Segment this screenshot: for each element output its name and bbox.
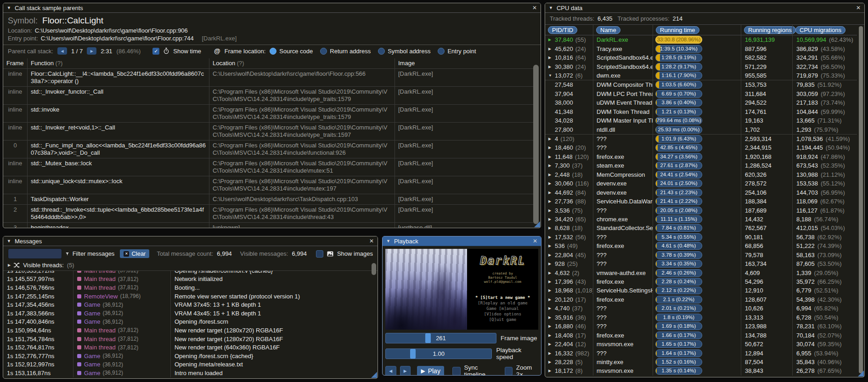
expand-icon[interactable]: ▶ bbox=[548, 56, 555, 60]
expand-icon[interactable]: ▶ bbox=[548, 191, 555, 195]
table-row[interactable]: inlinestd::_Mutex_base::lockC:\Program F… bbox=[3, 158, 537, 176]
table-row[interactable]: 0std::_Func_impl_no_alloc<<lambda_5bc224… bbox=[3, 140, 537, 158]
list-item[interactable]: 1s 147,383,566nsGame(36,912)VRAM 43x45: … bbox=[3, 309, 378, 318]
expand-icon[interactable]: ▶ bbox=[548, 38, 555, 42]
playback-speed-slider[interactable]: 1.00 bbox=[385, 348, 492, 359]
cpu-row[interactable]: 37,904DWM LPC Port Thread6.69 s (0.70%)3… bbox=[545, 90, 857, 98]
expand-icon[interactable]: ▶ bbox=[548, 324, 555, 328]
cpu-row[interactable]: 34,028DWM Master Input Thread799.64 ms (… bbox=[545, 116, 857, 125]
cpu-row[interactable]: ▼13,072(6)dwm.exe1:16.1 (7.90%)955,58571… bbox=[545, 71, 857, 80]
list-item[interactable]: 1s 152,764,817nsMain thread(37,812)New r… bbox=[3, 343, 378, 352]
table-row[interactable]: inlinestd::unique_lock<std::mutex>::lock… bbox=[3, 176, 537, 194]
cpu-row[interactable]: 41,348DWM Token Thread1.21 s (0.13%)174,… bbox=[545, 107, 857, 116]
cpu-row[interactable]: 27,548DWM Compositor Thread1:03.5 (6.60%… bbox=[545, 80, 857, 89]
cpu-row[interactable]: 27,800ntdll.dll25.93 ms (0.00%)1,7021,29… bbox=[545, 125, 857, 134]
cpu-row[interactable]: ▶4,632(2)vmware-authd.exe2.46 s (0.26%)4… bbox=[545, 268, 857, 277]
close-icon[interactable]: ✕ bbox=[533, 238, 537, 244]
next-frame-button[interactable]: ▶ bbox=[400, 366, 411, 376]
cpu-row[interactable]: ▶11,648(120)firefox.exe34.27 s (3.56%)1,… bbox=[545, 152, 857, 161]
list-item[interactable]: 1s 151,754,784nsMain thread(37,812)New r… bbox=[3, 335, 378, 343]
list-item[interactable]: 1s 147,400,846nsGame(36,912)Opening /for… bbox=[3, 318, 378, 326]
expand-icon[interactable]: ▶ bbox=[8, 263, 11, 267]
collapse-icon[interactable]: ▼ bbox=[549, 6, 553, 10]
cpu-row[interactable]: ▶17,396(43)firefox.exe2.28 s (0.24%)54,2… bbox=[545, 277, 857, 286]
table-row[interactable]: inlinestd::_Invoker_ret<void,1>::_CallC:… bbox=[3, 122, 537, 140]
cpu-row[interactable]: ▶18,460(20)???42.85 s (4.45%)2,344,9151,… bbox=[545, 143, 857, 152]
list-item[interactable]: 1s 150,994,64nsMain thread(37,812)New re… bbox=[3, 326, 378, 335]
messages-list[interactable]: 1s 120,333,272nsMain thread(37,812)Openi… bbox=[3, 270, 378, 379]
expand-icon[interactable]: ▶ bbox=[548, 298, 555, 302]
column-header-running-time[interactable]: Running time bbox=[653, 25, 741, 35]
cpu-row[interactable]: ▶7,300(37)steam.exe27.61 s (2.87%)1,286,… bbox=[545, 161, 857, 170]
cpu-row[interactable]: ▶22,804(45)???3.78 s (0.39%)79,57858,163… bbox=[545, 251, 857, 259]
cpu-row[interactable]: ▶18,172(8)msvsmon.exe1.35 s (0.14%)38,84… bbox=[545, 366, 857, 375]
sync-timeline-checkbox[interactable] bbox=[452, 367, 460, 376]
cpu-row[interactable]: ▶20,120(17)firefox.exe2.1 s (0.22%)128,6… bbox=[545, 295, 857, 304]
cpu-row[interactable]: ▶35,916(36)???1.8 s (0.19%)13,3136,728(5… bbox=[545, 313, 857, 322]
list-item[interactable]: 1s 152,912,997nsGame(36,912)Opening /met… bbox=[3, 360, 378, 369]
frame-location-radio-return-address[interactable]: Return address bbox=[320, 48, 371, 55]
cpu-row[interactable]: ▶10,816(64)ScriptedSandbox64.exe1:28.5 (… bbox=[545, 53, 857, 62]
expand-icon[interactable]: ▶ bbox=[548, 262, 555, 266]
column-header-pid-tid[interactable]: PID/TID bbox=[545, 25, 593, 35]
expand-icon[interactable]: ▶ bbox=[548, 173, 555, 177]
messages-titlebar[interactable]: ▼ Messages ✕ bbox=[3, 236, 378, 246]
table-row[interactable]: 2std::thread::_Invoke<std::tuple<<lambda… bbox=[3, 204, 537, 222]
cpu-row[interactable]: ▶4,740(37)???2.01 s (0.21%)10,6266,994(6… bbox=[545, 304, 857, 313]
expand-icon[interactable]: ▶ bbox=[548, 155, 555, 159]
expand-icon[interactable]: ▶ bbox=[548, 315, 555, 320]
frame-location-radio-entry-point[interactable]: Entry point bbox=[438, 48, 476, 55]
cpu-row[interactable]: ▶22,404(12)msvsmon.exe1.65 s (0.17%)50,6… bbox=[545, 340, 857, 348]
close-icon[interactable]: ✕ bbox=[532, 5, 537, 11]
expand-icon[interactable]: ▶ bbox=[548, 351, 555, 355]
frame-location-radio-source-code[interactable]: Source code bbox=[270, 48, 313, 55]
list-item[interactable]: 1s 147,354,456nsGame(36,912)VRAM 37x45: … bbox=[3, 300, 378, 309]
expand-icon[interactable]: ▶ bbox=[548, 47, 555, 51]
list-item[interactable]: 1s 152,776,777nsGame(36,912)Opening /for… bbox=[3, 352, 378, 360]
callstack-titlebar[interactable]: ▼ Call stack sample parents ✕ bbox=[3, 3, 541, 13]
play-button[interactable]: ▶ Play bbox=[417, 366, 444, 376]
show-time-checkbox[interactable]: ✓ bbox=[152, 48, 159, 55]
callstack-scrollbar[interactable] bbox=[533, 65, 539, 224]
show-images-checkbox[interactable] bbox=[316, 250, 323, 258]
column-header-location[interactable]: Location (?) bbox=[209, 58, 395, 68]
clear-button[interactable]: ✕ Clear bbox=[120, 249, 149, 258]
resize-grip[interactable] bbox=[371, 372, 377, 378]
cpu-row[interactable]: ▶17,532(56)???5.34 s (0.55%)90,18156,738… bbox=[545, 233, 857, 242]
expand-icon[interactable]: ▶ bbox=[548, 369, 555, 373]
column-header-frame[interactable]: Frame bbox=[3, 58, 27, 68]
column-header-cpu-migrations[interactable]: CPU migrations bbox=[792, 25, 857, 35]
expand-icon[interactable]: ▶ bbox=[548, 226, 555, 230]
resize-grip[interactable] bbox=[858, 371, 864, 376]
expand-icon[interactable]: ▶ bbox=[548, 288, 555, 292]
expand-icon[interactable]: ▶ bbox=[548, 271, 555, 275]
cpu-row[interactable]: ▶3,536(75)???20.05 s (2.08%)187,689116,1… bbox=[545, 206, 857, 214]
playback-titlebar[interactable]: ▼ Playback ✕ bbox=[383, 236, 541, 246]
column-header-running-regions[interactable]: Running regions bbox=[741, 25, 792, 35]
expand-icon[interactable]: ▶ bbox=[548, 333, 555, 337]
cpu-row[interactable]: ▶37,840(55)DarkRL.exe33:30.8 (208.96%)16… bbox=[545, 35, 857, 44]
cpu-row[interactable]: ▶44,692(84)devenv.exe21.43 s (2.23%)254,… bbox=[545, 188, 857, 197]
column-header-image[interactable]: Image bbox=[395, 58, 537, 68]
list-item[interactable]: 1s 145,557,997nsMain thread(37,812)Netwo… bbox=[3, 275, 378, 284]
expand-icon[interactable]: ▶ bbox=[548, 163, 555, 168]
column-header-function[interactable]: Function (?) bbox=[27, 58, 209, 68]
cpu-row[interactable]: ▶30,380(24)ScriptedSandbox64.exe1:28.2 (… bbox=[545, 62, 857, 71]
list-item[interactable]: 1s 120,333,272nsMain thread(37,812)Openi… bbox=[3, 270, 378, 275]
cpu-row[interactable]: ▶27,736(88)ServiceHub.DataWarehouseHost.… bbox=[545, 197, 857, 206]
close-icon[interactable]: ✕ bbox=[369, 238, 374, 244]
column-header-name[interactable]: Name bbox=[593, 25, 653, 35]
expand-icon[interactable]: ▶ bbox=[548, 65, 555, 69]
expand-icon[interactable]: ▶ bbox=[548, 181, 555, 185]
expand-icon[interactable]: ▶ bbox=[548, 235, 555, 239]
cpu-row[interactable]: ▶45,620(24)Tracy.exe1:39.5 (10.34%)887,5… bbox=[545, 44, 857, 53]
cpu-row[interactable]: ▶34,420(65)chrome.exe11.11 s (1.15%)14,4… bbox=[545, 215, 857, 224]
table-row[interactable]: 3beginthreadex[unknown][ucrtbase.dll] bbox=[3, 222, 537, 228]
cpu-row[interactable]: ▶16,332(982)???1.64 s (0.17%)12,8946,955… bbox=[545, 348, 857, 357]
cpu-row[interactable]: 38,000uDWM Event Thread3.86 s (0.40%)294… bbox=[545, 98, 857, 107]
expand-icon[interactable]: ▶ bbox=[548, 342, 555, 346]
close-icon[interactable]: ✕ bbox=[856, 5, 861, 11]
collapse-icon[interactable]: ▼ bbox=[7, 239, 11, 243]
expand-icon[interactable]: ▶ bbox=[548, 208, 555, 213]
expand-icon[interactable]: ▶ bbox=[548, 360, 555, 364]
